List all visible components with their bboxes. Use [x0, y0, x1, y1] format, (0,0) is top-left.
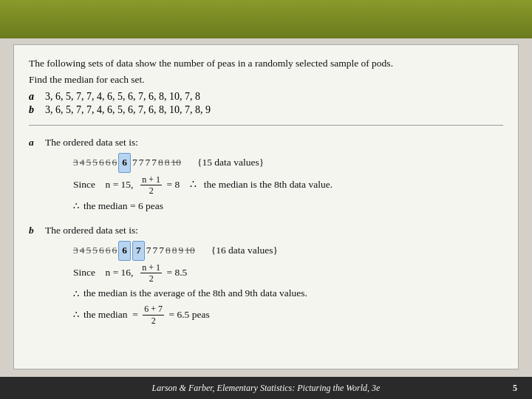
- struck-b-8: 8: [166, 242, 171, 259]
- sol-b-label: b: [29, 222, 42, 239]
- rem-a-1: 7: [132, 154, 137, 171]
- struck-a-3: 5: [86, 154, 92, 171]
- since-line-a: Since n = 15, n + 1 2 = 8 ∴ the median i…: [73, 174, 503, 197]
- struck-b-9: 8: [172, 242, 177, 259]
- intro-text: The following sets of data show the numb…: [29, 58, 393, 69]
- struck-a-1: 3: [73, 154, 78, 171]
- fraction-b2: 6 + 7 2: [143, 304, 164, 326]
- problem-intro: The following sets of data show the numb…: [29, 55, 503, 87]
- struck-b-6: 6: [106, 242, 111, 259]
- struck-a-10: 10: [171, 154, 182, 171]
- struck-b-5: 6: [99, 242, 104, 259]
- data-count-a: {15 data values}: [197, 154, 264, 171]
- problem-section: The following sets of data show the numb…: [29, 55, 503, 126]
- frac-eq-a: = 8 ∴: [164, 177, 204, 194]
- solution-part-a: a The ordered data set is: 3 4 5 5 6 6 6…: [29, 134, 503, 215]
- therefore-line-a: ∴ the median = 6 peas: [73, 198, 503, 215]
- sol-a-intro: The ordered data set is:: [45, 134, 138, 151]
- part-a-data: 3, 6, 5, 7, 7, 4, 6, 5, 6, 7, 6, 8, 10, …: [45, 91, 200, 103]
- therefore-line-b1: ∴ the median is the average of the 8th a…: [73, 285, 503, 302]
- struck-a-8: 8: [158, 154, 163, 171]
- page-number: 5: [513, 383, 517, 394]
- therefore-line-b2: ∴ the median = 6 + 7 2 = 6.5 peas: [73, 304, 503, 326]
- therefore-sym-b2: ∴: [73, 307, 79, 323]
- therefore1-a: the median is the 8th data value.: [204, 177, 332, 194]
- part-b-label: b: [29, 104, 42, 116]
- frac-eq-b: = 8.5: [164, 265, 187, 282]
- struck-b-2: 4: [80, 242, 85, 259]
- struck-a-9: 8: [165, 154, 170, 171]
- slide-container: The following sets of data show the numb…: [13, 44, 519, 369]
- the-median-b: the median =: [83, 307, 140, 324]
- part-a-label: a: [29, 91, 42, 103]
- fraction-a: n + 1 2: [140, 174, 162, 197]
- median-a: the median = 6 peas: [83, 198, 163, 215]
- rem-b-2: 7: [153, 242, 158, 259]
- struck-b-7: 6: [112, 242, 117, 259]
- highlight-b-1: 6: [118, 241, 131, 261]
- part-a-header: a The ordered data set is:: [29, 134, 503, 151]
- footer-text: Larson & Farber, Elementary Statistics: …: [152, 383, 381, 394]
- rem-b-3: 7: [159, 242, 164, 259]
- struck-a-5: 6: [99, 154, 104, 171]
- instruction-text: Find the median for each set.: [29, 74, 145, 85]
- since-label-b: Since: [73, 265, 106, 282]
- struck-b-1: 3: [73, 242, 78, 259]
- struck-b-4: 5: [92, 242, 98, 259]
- sol-a-label: a: [29, 134, 42, 151]
- therefore1-b: the median is the average of the 8th and…: [83, 285, 307, 302]
- rem-a-3: 7: [146, 154, 151, 171]
- since-label-a: Since: [73, 177, 106, 194]
- rem-a-2: 7: [139, 154, 144, 171]
- highlight-a: 6: [118, 153, 131, 173]
- struck-b-11: 10: [185, 242, 195, 259]
- ordered-set-a: 3 4 5 5 6 6 6 6 7 7 7 7 8 8 10 {15 data …: [73, 153, 503, 173]
- problem-line-a: a 3, 6, 5, 7, 7, 4, 6, 5, 6, 7, 6, 8, 10…: [29, 91, 503, 103]
- n-val-b: n = 16,: [106, 265, 139, 282]
- struck-a-7: 6: [112, 154, 117, 171]
- rem-a-4: 7: [151, 154, 157, 171]
- therefore-sym-a: ∴: [73, 198, 79, 214]
- since-line-b: Since n = 16, n + 1 2 = 8.5: [73, 262, 503, 284]
- data-count-b: {16 data values}: [211, 242, 278, 259]
- struck-a-2: 4: [80, 154, 85, 171]
- median-val-b: = 6.5 peas: [166, 307, 210, 324]
- ordered-set-b: 3 4 5 5 6 6 6 6 7 7 7 7 8 8 9 10 {16 dat…: [73, 241, 503, 261]
- problem-line-b: b 3, 6, 5, 7, 7, 4, 6, 5, 6, 7, 6, 8, 10…: [29, 104, 503, 116]
- solution-section: a The ordered data set is: 3 4 5 5 6 6 6…: [29, 134, 503, 326]
- top-bar: [0, 0, 532, 38]
- sol-b-intro: The ordered data set is:: [45, 222, 138, 239]
- footer-bar: Larson & Farber, Elementary Statistics: …: [0, 377, 532, 399]
- solution-part-b: b The ordered data set is: 3 4 5 5 6 6 6…: [29, 222, 503, 326]
- struck-a-6: 6: [106, 154, 111, 171]
- rem-b-1: 7: [146, 242, 151, 259]
- struck-b-10: 9: [179, 242, 184, 259]
- struck-a-4: 5: [92, 154, 98, 171]
- part-b-data: 3, 6, 5, 7, 7, 4, 6, 5, 6, 7, 6, 8, 10, …: [45, 104, 211, 116]
- struck-b-3: 5: [86, 242, 92, 259]
- fraction-b: n + 1 2: [140, 262, 162, 284]
- highlight-b-2: 7: [132, 241, 145, 261]
- n-val-a: n = 15,: [106, 177, 139, 194]
- part-b-header: b The ordered data set is:: [29, 222, 503, 239]
- therefore-sym-b1: ∴: [73, 286, 79, 302]
